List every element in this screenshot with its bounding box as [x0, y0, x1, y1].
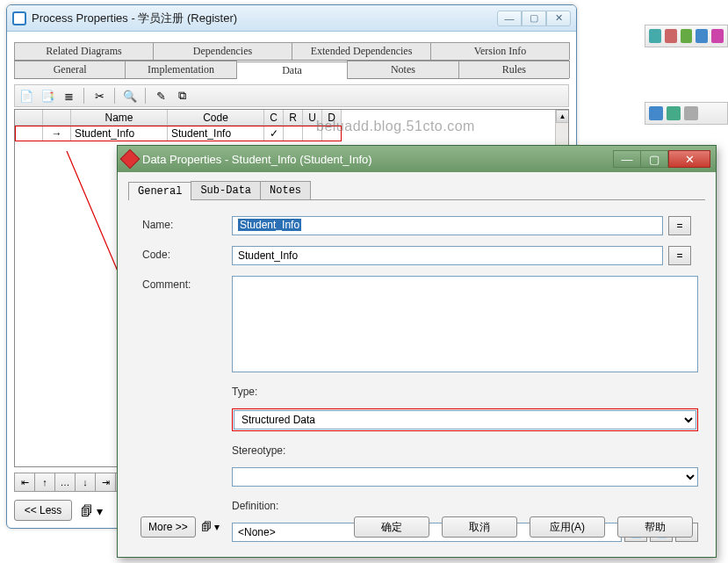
titlebar[interactable]: Process Properties - 学员注册 (Register) — ▢…: [7, 5, 576, 32]
maximize-button[interactable]: ▢: [640, 150, 668, 168]
nav-up-button[interactable]: ↑: [34, 473, 55, 492]
tab-notes[interactable]: Notes: [347, 61, 458, 78]
cell-r-checkbox[interactable]: [284, 126, 303, 141]
row-handle[interactable]: [15, 126, 43, 141]
list-icon[interactable]: ≣: [61, 88, 76, 104]
row-arrow-icon: →: [43, 126, 71, 141]
window-title: Data Properties - Student_Info (Student_…: [142, 153, 609, 166]
minimize-button[interactable]: —: [613, 150, 641, 168]
col-code[interactable]: Code: [168, 110, 264, 126]
help-button[interactable]: 帮助: [617, 516, 693, 538]
new-icon[interactable]: 📄: [18, 88, 34, 104]
cell-d-checkbox[interactable]: [322, 126, 342, 141]
general-form: Name: Student_Info = Code: = Comment: Ty…: [128, 200, 705, 542]
type-select[interactable]: Structured Data: [234, 410, 696, 429]
window-title: Process Properties - 学员注册 (Register): [32, 11, 492, 26]
name-label: Name:: [142, 216, 227, 231]
bg-toolbar-icon[interactable]: [649, 29, 661, 43]
tab-general[interactable]: General: [128, 182, 191, 200]
stereotype-label: Stereotype:: [232, 442, 663, 457]
bg-toolbar-icon[interactable]: [665, 29, 677, 43]
code-field[interactable]: [232, 246, 663, 265]
data-toolbar: 📄 📑 ≣ ✂ 🔍 ✎ ⧉: [14, 84, 569, 107]
tab-related-diagrams[interactable]: Related Diagrams: [14, 42, 154, 60]
app-icon: [120, 149, 141, 170]
tab-sub-data[interactable]: Sub-Data: [191, 181, 261, 199]
bg-toolbar-icon[interactable]: [684, 106, 698, 120]
col-handle[interactable]: [15, 110, 43, 126]
col-r[interactable]: R: [284, 110, 303, 126]
maximize-button[interactable]: ▢: [522, 11, 546, 26]
col-name[interactable]: Name: [71, 110, 168, 126]
name-sync-button[interactable]: =: [668, 216, 691, 235]
type-label: Type:: [232, 383, 663, 398]
code-sync-button[interactable]: =: [668, 246, 691, 265]
nav-down-button[interactable]: ↓: [75, 473, 96, 492]
nav-first-button[interactable]: ⇤: [14, 473, 35, 492]
nav-insert-button[interactable]: …: [54, 473, 76, 492]
tab-dependencies[interactable]: Dependencies: [153, 42, 292, 60]
close-button[interactable]: ✕: [546, 11, 571, 26]
less-label: << Less: [25, 504, 62, 516]
separator: [145, 88, 146, 104]
separator: [114, 88, 115, 104]
bg-toolbar-icon[interactable]: [681, 29, 693, 43]
col-u[interactable]: U: [303, 110, 322, 126]
data-properties-window: Data Properties - Student_Info (Student_…: [117, 145, 717, 558]
find-icon[interactable]: 🔍: [122, 88, 138, 104]
tab-general[interactable]: General: [14, 61, 126, 78]
cancel-button[interactable]: 取消: [442, 516, 517, 538]
cell-c-checkbox[interactable]: ✓: [264, 126, 284, 141]
tab-strip: General Sub-Data Notes: [128, 181, 705, 200]
tables-icon[interactable]: ⧉: [174, 88, 190, 104]
less-button[interactable]: << Less: [14, 500, 72, 521]
tab-extended-dependencies[interactable]: Extended Dependencies: [292, 42, 431, 60]
tab-row-1: Related Diagrams Dependencies Extended D…: [14, 42, 569, 61]
options-icon[interactable]: 🗐 ▾: [201, 521, 220, 533]
bg-toolbar-icon[interactable]: [667, 106, 681, 120]
bg-toolbar-icon[interactable]: [711, 29, 724, 43]
name-field[interactable]: Student_Info: [232, 216, 663, 235]
minimize-button[interactable]: —: [497, 11, 522, 26]
ok-button[interactable]: 确定: [354, 516, 429, 538]
bg-toolbar-icon[interactable]: [649, 106, 663, 120]
titlebar[interactable]: Data Properties - Student_Info (Student_…: [118, 146, 716, 172]
separator: [83, 88, 84, 104]
tab-notes[interactable]: Notes: [260, 181, 311, 199]
comment-field[interactable]: [232, 276, 698, 372]
cell-name[interactable]: Student_Info: [71, 126, 168, 141]
code-label: Code:: [142, 246, 227, 261]
comment-label: Comment:: [142, 276, 227, 291]
properties-icon[interactable]: 📑: [40, 88, 55, 104]
tab-version-info[interactable]: Version Info: [430, 42, 570, 60]
app-icon: [12, 11, 26, 25]
cell-u-checkbox[interactable]: [303, 126, 322, 141]
cell-code[interactable]: Student_Info: [168, 126, 264, 141]
scroll-up-icon[interactable]: ▲: [556, 110, 569, 123]
cut-icon[interactable]: ✂: [91, 88, 107, 104]
definition-label: Definition:: [232, 497, 663, 512]
tab-data[interactable]: Data: [236, 61, 348, 79]
bg-toolbar-icon[interactable]: [696, 29, 708, 43]
nav-last-button[interactable]: ⇥: [95, 473, 116, 492]
col-c[interactable]: C: [264, 110, 284, 126]
stereotype-select[interactable]: [232, 467, 698, 487]
tab-rules[interactable]: Rules: [458, 61, 570, 78]
customize-icon[interactable]: ✎: [153, 88, 169, 104]
col-indicator[interactable]: [43, 110, 71, 126]
apply-button[interactable]: 应用(A): [530, 516, 605, 538]
bg-toolbar-1: [645, 25, 728, 47]
tab-implementation[interactable]: Implementation: [125, 61, 236, 78]
tab-row-2: General Implementation Data Notes Rules: [14, 61, 569, 79]
bg-toolbar-2: [645, 102, 728, 125]
close-button[interactable]: ✕: [668, 150, 710, 168]
col-d[interactable]: D: [322, 110, 342, 126]
options-icon[interactable]: 🗐 ▾: [81, 504, 103, 518]
name-value: Student_Info: [238, 219, 301, 231]
more-button[interactable]: More >>: [141, 516, 196, 538]
